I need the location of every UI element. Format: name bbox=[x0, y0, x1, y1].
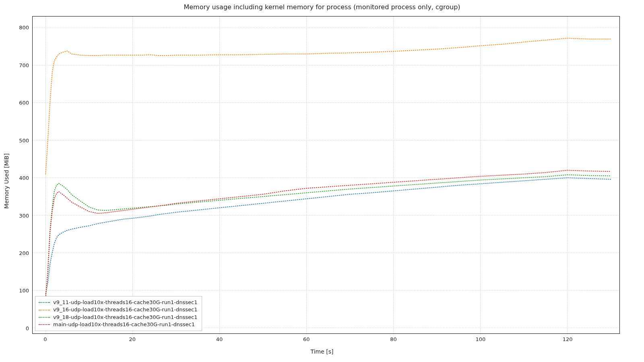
chart-title: Memory usage including kernel memory for… bbox=[0, 3, 644, 11]
y-tick: 0 bbox=[5, 325, 29, 331]
y-tick: 100 bbox=[5, 288, 29, 294]
series-line-0 bbox=[45, 178, 611, 294]
legend: v9_11-udp-load10x-threads16-cache30G-run… bbox=[35, 296, 202, 331]
legend-swatch bbox=[39, 310, 50, 311]
gridlines bbox=[33, 16, 619, 333]
legend-swatch bbox=[39, 302, 50, 303]
x-tick: 120 bbox=[563, 336, 573, 342]
x-tick: 100 bbox=[476, 336, 486, 342]
series-line-3 bbox=[45, 170, 611, 298]
y-tick: 500 bbox=[5, 137, 29, 143]
series-line-1 bbox=[45, 38, 611, 174]
legend-swatch bbox=[39, 317, 50, 318]
plot-svg bbox=[33, 16, 619, 333]
x-tick: 40 bbox=[216, 336, 223, 342]
y-tick: 700 bbox=[5, 62, 29, 68]
y-tick: 400 bbox=[5, 175, 29, 181]
y-tick: 300 bbox=[5, 212, 29, 218]
y-axis-label: Memory Used [MiB] bbox=[3, 153, 10, 208]
x-tick: 20 bbox=[129, 336, 136, 342]
y-tick: 200 bbox=[5, 250, 29, 256]
legend-label: v9_16-udp-load10x-threads16-cache30G-run… bbox=[53, 306, 198, 313]
y-tick: 600 bbox=[5, 100, 29, 106]
legend-label: v9_11-udp-load10x-threads16-cache30G-run… bbox=[53, 299, 198, 306]
plot-area: v9_11-udp-load10x-threads16-cache30G-run… bbox=[32, 16, 620, 334]
series-line-2 bbox=[45, 175, 611, 298]
legend-item: v9_11-udp-load10x-threads16-cache30G-run… bbox=[39, 299, 198, 306]
y-tick: 800 bbox=[5, 25, 29, 31]
legend-item: main-udp-load10x-threads16-cache30G-run1… bbox=[39, 321, 198, 328]
chart-figure: Memory usage including kernel memory for… bbox=[0, 0, 644, 362]
x-tick: 60 bbox=[303, 336, 310, 342]
series-lines bbox=[45, 38, 611, 298]
x-axis-label: Time [s] bbox=[0, 348, 644, 355]
x-tick: 80 bbox=[390, 336, 397, 342]
x-tick: 0 bbox=[43, 336, 47, 342]
legend-label: v9_18-udp-load10x-threads16-cache30G-run… bbox=[53, 314, 198, 321]
legend-item: v9_16-udp-load10x-threads16-cache30G-run… bbox=[39, 306, 198, 313]
legend-label: main-udp-load10x-threads16-cache30G-run1… bbox=[53, 321, 195, 328]
legend-swatch bbox=[39, 324, 50, 325]
legend-item: v9_18-udp-load10x-threads16-cache30G-run… bbox=[39, 314, 198, 321]
